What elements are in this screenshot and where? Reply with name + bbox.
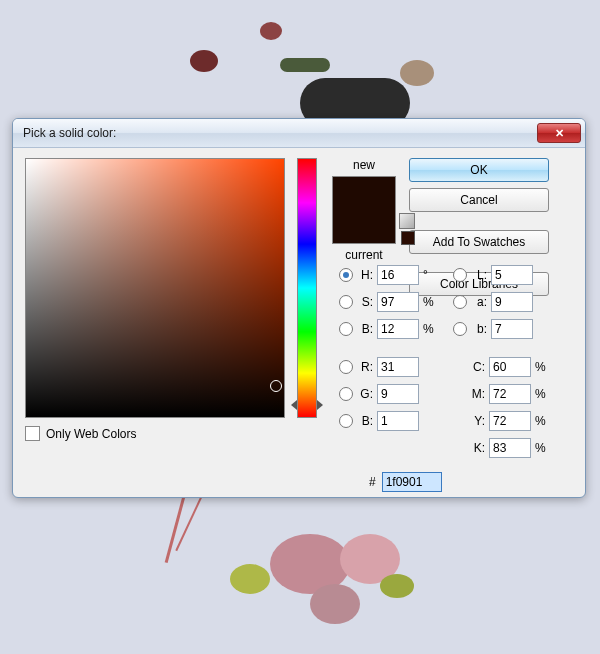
saturation-input[interactable]: [377, 292, 419, 312]
black-input[interactable]: [489, 438, 531, 458]
background-floral-bottom: [0, 474, 600, 654]
l-radio[interactable]: [453, 268, 467, 282]
color-field-cursor: [270, 380, 282, 392]
hue-label: H:: [357, 268, 373, 282]
cyan-input[interactable]: [489, 357, 531, 377]
dialog-title: Pick a solid color:: [23, 126, 537, 140]
a-label: a:: [471, 295, 487, 309]
green-radio[interactable]: [339, 387, 353, 401]
ok-button[interactable]: OK: [409, 158, 549, 182]
new-label: new: [353, 158, 375, 172]
magenta-label: M:: [469, 387, 485, 401]
blue-label: B:: [357, 414, 373, 428]
yellow-input[interactable]: [489, 411, 531, 431]
hex-input[interactable]: [382, 472, 442, 492]
red-label: R:: [357, 360, 373, 374]
only-web-colors-label: Only Web Colors: [46, 427, 136, 441]
green-input[interactable]: [377, 384, 419, 404]
a-input[interactable]: [491, 292, 533, 312]
lab-b-radio[interactable]: [453, 322, 467, 336]
only-web-colors-checkbox[interactable]: [25, 426, 40, 441]
color-picker-dialog: Pick a solid color: ✕ Only Web Colors: [12, 118, 586, 498]
green-label: G:: [357, 387, 373, 401]
color-field[interactable]: [25, 158, 285, 418]
blue-radio[interactable]: [339, 414, 353, 428]
cyan-label: C:: [469, 360, 485, 374]
hue-input[interactable]: [377, 265, 419, 285]
close-button[interactable]: ✕: [537, 123, 581, 143]
titlebar[interactable]: Pick a solid color: ✕: [13, 119, 585, 148]
magenta-input[interactable]: [489, 384, 531, 404]
red-radio[interactable]: [339, 360, 353, 374]
lab-b-label: b:: [471, 322, 487, 336]
new-color-swatch: [333, 177, 395, 210]
cancel-button[interactable]: Cancel: [409, 188, 549, 212]
saturation-radio[interactable]: [339, 295, 353, 309]
yellow-label: Y:: [469, 414, 485, 428]
brightness-radio[interactable]: [339, 322, 353, 336]
hue-radio[interactable]: [339, 268, 353, 282]
blue-input[interactable]: [377, 411, 419, 431]
current-color-swatch[interactable]: [333, 210, 395, 243]
cube-icon[interactable]: [399, 213, 415, 229]
a-radio[interactable]: [453, 295, 467, 309]
hue-slider[interactable]: [297, 158, 317, 418]
hex-label: #: [369, 475, 376, 489]
black-label: K:: [469, 441, 485, 455]
add-to-swatches-button[interactable]: Add To Swatches: [409, 230, 549, 254]
red-input[interactable]: [377, 357, 419, 377]
gamut-warning-swatch[interactable]: [401, 231, 415, 245]
background-floral-top: [0, 0, 600, 120]
color-preview: [332, 176, 396, 244]
current-label: current: [345, 248, 382, 262]
lab-b-input[interactable]: [491, 319, 533, 339]
l-input[interactable]: [491, 265, 533, 285]
brightness-label: B:: [357, 322, 373, 336]
saturation-label: S:: [357, 295, 373, 309]
brightness-input[interactable]: [377, 319, 419, 339]
l-label: L:: [471, 268, 487, 282]
close-icon: ✕: [555, 127, 564, 140]
